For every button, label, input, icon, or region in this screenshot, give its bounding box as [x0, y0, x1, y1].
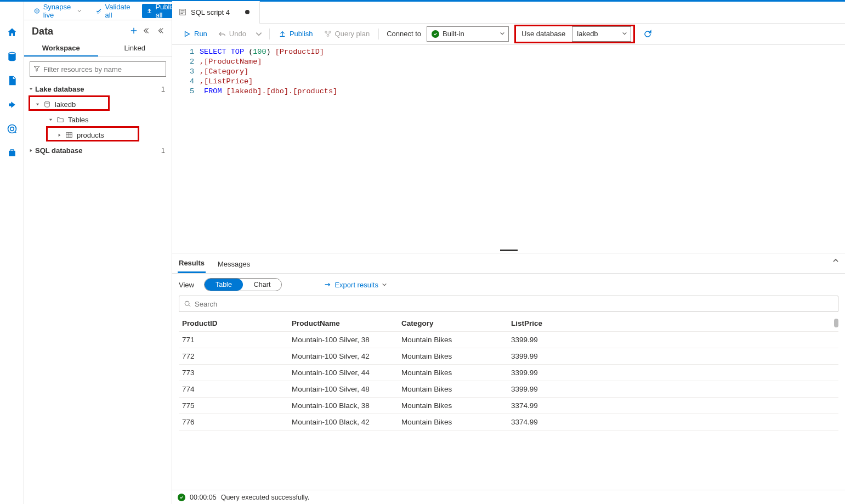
- collapse-double-icon[interactable]: [143, 27, 151, 36]
- lake-db-count: 1: [161, 85, 168, 93]
- status-bar: 00:00:05 Query executed successfully.: [172, 490, 845, 504]
- caret-right-icon: [27, 148, 34, 153]
- editor-tab-sql-script-4[interactable]: SQL script 4: [172, 1, 260, 23]
- table-row[interactable]: 776Mountain-100 Black, 42Mountain Bikes3…: [179, 414, 838, 431]
- validate-all-button[interactable]: Validate all: [92, 4, 137, 18]
- tree-node-lakedb[interactable]: lakedb: [24, 97, 172, 112]
- rail-integrate[interactable]: [4, 97, 20, 113]
- tables-label: Tables: [67, 116, 89, 124]
- table-row[interactable]: 774Mountain-100 Silver, 48Mountain Bikes…: [179, 381, 838, 398]
- tab-workspace[interactable]: Workspace: [24, 39, 98, 56]
- col-head[interactable]: ListPrice: [508, 315, 838, 332]
- use-database-highlight: Use database lakedb: [514, 25, 635, 43]
- undo-button[interactable]: Undo: [214, 26, 251, 42]
- view-label: View: [179, 281, 194, 289]
- rail-manage[interactable]: [4, 145, 20, 161]
- cell: Mountain-100 Silver, 44: [288, 365, 398, 381]
- publish-label: Publish: [290, 30, 313, 38]
- cell: Mountain Bikes: [398, 381, 508, 398]
- code-txt: ): [266, 48, 275, 56]
- export-label: Export results: [334, 281, 378, 289]
- filter-icon: [33, 65, 40, 73]
- tab-results[interactable]: Results: [178, 257, 206, 273]
- svg-point-9: [327, 34, 329, 36]
- code-kw: FROM: [200, 87, 222, 95]
- col-head[interactable]: ProductID: [179, 315, 288, 332]
- editor-toolbar: Run Undo Publish Query plan Connect to: [172, 24, 845, 44]
- editor-tabstrip: SQL script 4: [172, 2, 845, 24]
- table-row[interactable]: 771Mountain-100 Silver, 38Mountain Bikes…: [179, 332, 838, 348]
- code-editor[interactable]: 1 2 3 4 5 SELECT TOP (100) [ProductID],[…: [172, 44, 845, 247]
- col-head[interactable]: Category: [398, 315, 508, 332]
- rail-develop[interactable]: [4, 72, 20, 89]
- tree-node-lake-database[interactable]: Lake database 1: [24, 81, 172, 97]
- refresh-button[interactable]: [640, 27, 655, 41]
- splitter-handle[interactable]: [172, 247, 845, 253]
- caret-right-icon: [56, 133, 63, 138]
- code-ident: [ProductID]: [275, 48, 324, 56]
- use-db-label: Use database: [518, 30, 569, 38]
- search-icon: [184, 300, 191, 308]
- add-resource-icon[interactable]: [130, 27, 138, 36]
- tree-node-tables[interactable]: Tables: [24, 112, 172, 127]
- seg-table[interactable]: Table: [205, 279, 243, 291]
- collapse-results-icon[interactable]: [832, 257, 840, 266]
- cell: 774: [179, 381, 288, 398]
- cell: Mountain Bikes: [398, 348, 508, 365]
- use-db-select[interactable]: lakedb: [572, 26, 631, 42]
- rail-monitor[interactable]: [4, 121, 20, 137]
- table-row[interactable]: 775Mountain-100 Black, 38Mountain Bikes3…: [179, 398, 838, 414]
- results-grid[interactable]: ProductID ProductName Category ListPrice…: [179, 315, 838, 488]
- status-msg: Query executed successfully.: [221, 494, 310, 501]
- connect-to-label: Connect to: [383, 30, 424, 38]
- tab-linked[interactable]: Linked: [98, 39, 172, 56]
- caret-down-icon: [47, 117, 54, 122]
- filter-input-wrap[interactable]: [30, 61, 166, 77]
- cell: Mountain Bikes: [398, 365, 508, 381]
- cell: Mountain-100 Black, 42: [288, 414, 398, 431]
- code-kw: TOP: [226, 48, 249, 56]
- status-ok-icon: [432, 30, 439, 38]
- rail-data[interactable]: [4, 48, 20, 65]
- code-content[interactable]: SELECT TOP (100) [ProductID],[ProductNam…: [200, 45, 337, 247]
- publish-button[interactable]: Publish: [274, 26, 317, 42]
- data-panel: Synapse live Validate all Publish all 1 …: [24, 2, 172, 504]
- collapse-panel-icon[interactable]: [156, 27, 164, 36]
- svg-point-4: [45, 101, 50, 104]
- line-num: 1: [172, 47, 194, 57]
- database-icon: [43, 100, 52, 108]
- tab-messages[interactable]: Messages: [217, 258, 251, 273]
- cell: Mountain-100 Silver, 48: [288, 381, 398, 398]
- chevron-down-icon: [622, 30, 627, 38]
- sql-db-count: 1: [161, 146, 168, 155]
- cell: 3399.99: [508, 381, 838, 398]
- results-search[interactable]: [179, 296, 838, 312]
- query-plan-button[interactable]: Query plan: [320, 26, 375, 42]
- synapse-live-button[interactable]: Synapse live: [30, 4, 86, 18]
- undo-menu-button[interactable]: [253, 26, 265, 42]
- lakedb-label: lakedb: [54, 100, 76, 109]
- col-head[interactable]: ProductName: [288, 315, 398, 332]
- rail-home[interactable]: [4, 24, 20, 41]
- connect-to-select[interactable]: Built-in: [427, 26, 509, 42]
- run-button[interactable]: Run: [179, 26, 212, 42]
- sql-db-label: SQL database: [34, 146, 82, 155]
- caret-down-icon: [27, 87, 34, 92]
- seg-chart[interactable]: Chart: [243, 279, 282, 291]
- results-search-input[interactable]: [195, 300, 833, 308]
- folder-icon: [56, 116, 65, 123]
- export-results-button[interactable]: Export results: [324, 281, 387, 289]
- table-row[interactable]: 772Mountain-100 Silver, 42Mountain Bikes…: [179, 348, 838, 365]
- separator: [378, 29, 379, 39]
- caret-down-icon: [34, 102, 41, 107]
- tree-node-products[interactable]: products: [24, 127, 172, 143]
- cell: 3399.99: [508, 365, 838, 381]
- cell: 3374.99: [508, 398, 838, 414]
- panel-tabs: Workspace Linked: [24, 39, 172, 57]
- tree-node-sql-database[interactable]: SQL database 1: [24, 143, 172, 158]
- panel-topbar: Synapse live Validate all Publish all 1: [24, 2, 172, 20]
- filter-input[interactable]: [43, 65, 162, 73]
- table-row[interactable]: 773Mountain-100 Silver, 44Mountain Bikes…: [179, 365, 838, 381]
- vertical-scrollbar[interactable]: [834, 319, 838, 327]
- products-label: products: [76, 131, 104, 139]
